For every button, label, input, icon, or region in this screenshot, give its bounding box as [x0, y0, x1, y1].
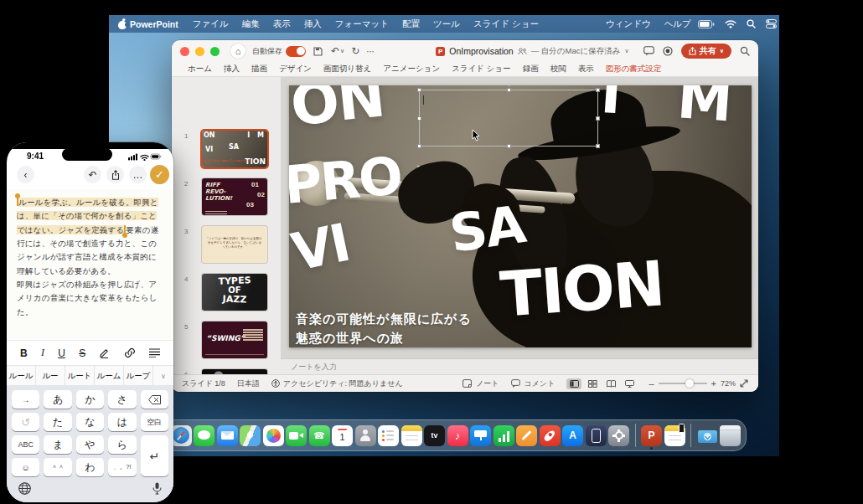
close-window-button[interactable] — [180, 47, 189, 56]
key-delete[interactable] — [141, 390, 168, 409]
menu-format[interactable]: フォーマット — [328, 18, 395, 30]
trash-dock-icon[interactable] — [720, 425, 741, 446]
reading-view-button[interactable] — [603, 378, 618, 389]
slide-sorter-view-button[interactable] — [585, 378, 600, 389]
highlight-pen-button[interactable] — [99, 347, 110, 358]
notes-dock-icon[interactable] — [401, 425, 422, 446]
selection-start-handle[interactable] — [17, 198, 18, 206]
tab-transitions[interactable]: 画面切り替え — [318, 64, 377, 75]
key-cursor-right[interactable]: → — [12, 390, 39, 409]
key-ha[interactable]: は — [108, 413, 136, 431]
notes-widget-dock-icon[interactable] — [664, 425, 685, 446]
link-button[interactable] — [124, 347, 136, 358]
key-return[interactable]: ↵ — [141, 435, 168, 476]
menu-help[interactable]: ヘルプ — [658, 18, 698, 30]
photos-dock-icon[interactable] — [263, 425, 284, 446]
key-wa[interactable]: わ — [76, 458, 104, 476]
key-ma[interactable]: ま — [44, 435, 71, 454]
document-title[interactable]: OnImprovisation — [449, 46, 513, 56]
suggestion-3[interactable]: ルート — [65, 366, 95, 386]
maps-dock-icon[interactable] — [240, 425, 261, 446]
menu-arrange[interactable]: 配置 — [395, 18, 426, 30]
bold-button[interactable]: B — [20, 347, 28, 359]
key-a[interactable]: あ — [44, 390, 71, 409]
wifi-icon[interactable] — [725, 19, 736, 28]
more-commands-icon[interactable]: ⋯ — [366, 47, 375, 56]
reminders-dock-icon[interactable] — [378, 425, 399, 446]
more-options-button[interactable]: … — [129, 166, 147, 183]
key-punctuation[interactable]: 、。?! — [108, 458, 136, 476]
text-editor[interactable]: ルールを学ぶ。ルールを破る。即興とは、単に「その場で何かを創る」ことではない。ジ… — [7, 189, 173, 340]
share-button-iphone[interactable] — [106, 166, 124, 183]
undo-button-iphone[interactable]: ↶ — [84, 166, 101, 183]
app-store-dock-icon[interactable]: A — [562, 425, 583, 446]
system-settings-dock-icon[interactable] — [608, 425, 629, 446]
tab-slideshow[interactable]: スライド ショー — [446, 64, 516, 75]
menu-view[interactable]: 表示 — [266, 18, 297, 30]
pages-dock-icon[interactable] — [516, 425, 537, 446]
language-indicator[interactable]: 日本語 — [237, 378, 260, 389]
autosave-toggle[interactable] — [286, 46, 306, 57]
key-redo[interactable]: ↺ — [12, 413, 39, 431]
key-ta[interactable]: た — [44, 413, 71, 431]
resize-handle-n[interactable] — [507, 88, 511, 92]
suggestion-2[interactable]: ルー — [36, 366, 65, 386]
tab-insert[interactable]: 挿入 — [218, 64, 245, 75]
key-na[interactable]: な — [76, 413, 104, 431]
suggestion-4[interactable]: ルーム — [95, 366, 124, 386]
menu-insert[interactable]: 挿入 — [297, 18, 328, 30]
notes-toggle-button[interactable]: ノート — [463, 378, 499, 389]
back-button[interactable]: ‹ — [17, 166, 34, 183]
zoom-slider-knob[interactable] — [685, 379, 694, 388]
fit-slide-icon[interactable] — [740, 379, 748, 388]
apple-tv-dock-icon[interactable]: tv — [424, 425, 445, 446]
key-emoji[interactable]: ☺ — [12, 458, 39, 476]
comments-toggle-button[interactable]: コメント — [511, 378, 556, 389]
resize-handle-nw[interactable] — [417, 88, 421, 92]
strikethrough-button[interactable]: S — [79, 347, 85, 359]
zoom-out-button[interactable]: – — [649, 378, 654, 388]
suggestion-1[interactable]: ルール — [7, 366, 36, 386]
italic-button[interactable]: I — [41, 347, 44, 359]
undo-button[interactable]: ↶∨ — [331, 45, 344, 57]
safari-dock-icon[interactable] — [171, 425, 192, 446]
key-kaomoji[interactable]: ＾＾ — [44, 458, 71, 476]
numbers-dock-icon[interactable] — [494, 425, 514, 446]
menu-window[interactable]: ウィンドウ — [599, 18, 658, 30]
save-status-chevron-icon[interactable]: ∨ — [624, 48, 628, 54]
phone-dock-icon[interactable]: ☎ — [309, 425, 330, 446]
accessibility-status[interactable]: アクセシビリティ: 問題ありません — [271, 378, 403, 389]
tab-home[interactable]: ホーム — [182, 64, 218, 75]
suggestion-5[interactable]: ループ — [124, 366, 153, 386]
resize-handle-e[interactable] — [596, 116, 600, 121]
tab-design[interactable]: デザイン — [273, 64, 318, 75]
slide-canvas[interactable]: ON I M PRO VI SA TION 音楽の可能性が無限に広がる 魅惑の世… — [289, 85, 752, 347]
search-icon[interactable] — [740, 46, 750, 56]
normal-view-button[interactable] — [566, 378, 581, 389]
zoom-slider[interactable] — [659, 383, 707, 384]
slide-thumbnail-3[interactable]: “ジャズは一種の言語だ。私たちは楽器の音を声として表しながら、互いに話し合ってい… — [202, 226, 267, 263]
share-button[interactable]: 共有 ∨ — [681, 44, 731, 59]
resize-handle-ne[interactable] — [596, 88, 600, 92]
facetime-dock-icon[interactable] — [286, 425, 307, 446]
list-format-button[interactable] — [149, 348, 160, 357]
keynote-dock-icon[interactable] — [470, 425, 491, 446]
zoom-level[interactable]: 72% — [721, 379, 736, 388]
slide-thumbnail-1[interactable]: ON I M VI SA TION 音楽の可能性が無限に広がる魅惑の世界への旅 — [202, 131, 267, 167]
underline-button[interactable]: U — [58, 347, 65, 359]
tab-animations[interactable]: アニメーション — [377, 64, 446, 75]
menubar-app-name[interactable]: PowerPoint — [122, 19, 186, 29]
tab-record[interactable]: 録画 — [517, 64, 545, 75]
slide-thumbnail-4[interactable]: TYPES OF JAZZ — [202, 274, 267, 311]
menu-file[interactable]: ファイル — [186, 18, 235, 30]
resize-handle-w[interactable] — [417, 116, 421, 121]
contacts-dock-icon[interactable] — [355, 425, 376, 446]
dictation-mic-icon[interactable] — [152, 482, 162, 495]
globe-key-icon[interactable] — [18, 482, 31, 495]
home-icon[interactable]: ⌂ — [230, 44, 245, 59]
tab-view[interactable]: 表示 — [572, 64, 600, 75]
powerpoint-dock-icon[interactable]: P — [641, 425, 662, 446]
save-status[interactable]: — 自分のMacに保存済み — [531, 46, 621, 57]
tab-shape-format[interactable]: 図形の書式設定 — [600, 64, 668, 75]
calendar-dock-icon[interactable]: 1 — [332, 425, 353, 446]
